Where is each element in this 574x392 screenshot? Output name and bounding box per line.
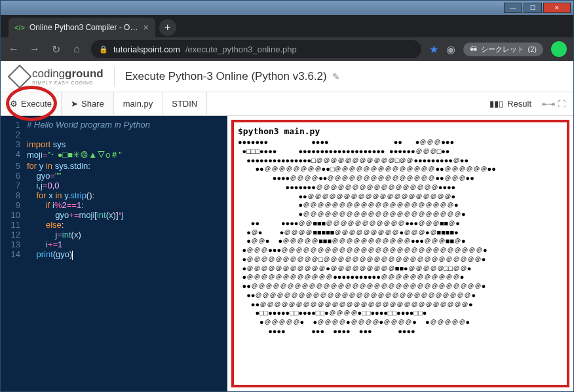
ide-toolbar: ⚙ Execute ➤ Share main.py STDIN ▮▮▯ Resu… xyxy=(1,92,573,116)
url-path: /execute_python3_online.php xyxy=(185,45,297,54)
window-titlebar: — ☐ ✕ xyxy=(1,1,573,15)
code-line[interactable]: 13 i+=1 xyxy=(1,240,227,249)
browser-toolbar: ← → ↻ ⌂ 🔒 tutorialspoint.com/execute_pyt… xyxy=(1,37,573,61)
output-command: $python3 main.py xyxy=(238,126,563,136)
code-text[interactable]: moji="･ ●□■✳＠▲▽o＃" xyxy=(27,149,122,161)
code-line[interactable]: 3import sys xyxy=(1,139,227,149)
code-text[interactable]: gyo+=moji[int(x)]*j xyxy=(27,210,123,220)
code-line[interactable]: 6 gyo="" xyxy=(1,171,227,181)
line-number: 5 xyxy=(1,161,27,171)
file-tab-main[interactable]: main.py xyxy=(114,92,163,115)
gear-icon: ⚙ xyxy=(10,99,18,109)
code-line[interactable]: 12 j=int(x) xyxy=(1,230,227,240)
bookmark-star-icon[interactable]: ★ xyxy=(429,43,438,56)
ide-split: 1# Hello World program in Python23import… xyxy=(1,116,573,391)
url-field[interactable]: 🔒 tutorialspoint.com/execute_python3_onl… xyxy=(91,40,421,58)
nav-reload-icon[interactable]: ↻ xyxy=(49,43,62,56)
tab-close-icon[interactable]: × xyxy=(143,22,148,33)
code-text[interactable]: j=int(x) xyxy=(27,230,81,240)
code-line[interactable]: 9 if i%2==1: xyxy=(1,200,227,210)
incognito-label: シークレット xyxy=(481,45,524,54)
logo-text-1: coding xyxy=(32,67,65,80)
browser-window: — ☐ ✕ </> Online Python3 Compiler - O… ×… xyxy=(0,0,574,392)
url-domain: tutorialspoint.com xyxy=(113,45,180,54)
logo-mark-icon xyxy=(8,64,32,88)
line-number: 6 xyxy=(1,171,27,181)
code-text[interactable]: else: xyxy=(27,220,64,230)
output-highlight-box: $python3 main.py ●●●●●●● ●●●● ●● ●＠＠＠●●●… xyxy=(231,120,569,387)
line-number: 2 xyxy=(1,130,27,139)
code-text[interactable]: import sys xyxy=(27,139,66,149)
tab-favicon-icon: </> xyxy=(15,23,24,32)
code-text[interactable]: gyo="" xyxy=(27,171,61,181)
incognito-count: (2) xyxy=(528,45,537,53)
result-label: ▮▮▯ Result xyxy=(489,99,531,109)
line-number: 7 xyxy=(1,181,27,190)
line-number: 3 xyxy=(1,139,27,149)
line-number: 1 xyxy=(1,120,27,130)
line-number: 14 xyxy=(1,249,27,260)
share-icon: ➤ xyxy=(71,99,78,109)
page-title: Execute Python-3 Online (Python v3.6.2) … xyxy=(125,70,340,83)
profile-avatar[interactable] xyxy=(551,41,567,57)
bars-icon: ▮▮▯ xyxy=(489,99,503,109)
code-text[interactable]: i,j=0,0 xyxy=(27,181,60,190)
window-minimize-button[interactable]: — xyxy=(504,3,522,13)
nav-home-icon[interactable]: ⌂ xyxy=(70,43,83,55)
line-number: 11 xyxy=(1,220,27,230)
code-text[interactable]: for y in sys.stdin: xyxy=(27,161,90,171)
code-line[interactable]: 7 i,j=0,0 xyxy=(1,181,227,190)
code-line[interactable]: 2 xyxy=(1,130,227,139)
page-header: codingground SIMPLY EASY CODING Execute … xyxy=(1,61,573,92)
browser-tab-strip: </> Online Python3 Compiler - O… × + xyxy=(1,15,573,37)
window-close-button[interactable]: ✕ xyxy=(543,3,571,13)
browser-right-icons: ★ ◉ 🕶 シークレット (2) xyxy=(429,41,567,57)
line-number: 4 xyxy=(1,149,27,161)
code-text[interactable]: i+=1 xyxy=(27,240,62,249)
pane-expand-icon[interactable]: ⛶ xyxy=(558,99,565,109)
code-text[interactable]: for x in y.strip(): xyxy=(27,190,94,200)
tab-title: Online Python3 Compiler - O… xyxy=(29,23,138,32)
page-content: codingground SIMPLY EASY CODING Execute … xyxy=(1,61,573,391)
code-line[interactable]: 1# Hello World program in Python xyxy=(1,120,227,130)
code-text[interactable]: if i%2==1: xyxy=(27,200,84,210)
execute-button[interactable]: ⚙ Execute xyxy=(1,92,62,115)
incognito-badge[interactable]: 🕶 シークレット (2) xyxy=(463,43,543,56)
line-number: 10 xyxy=(1,210,27,220)
code-text[interactable]: print(gyo) xyxy=(27,249,73,260)
incognito-icon: 🕶 xyxy=(470,45,477,53)
nav-forward-icon[interactable]: → xyxy=(28,43,41,55)
code-line[interactable]: 4moji="･ ●□■✳＠▲▽o＃" xyxy=(1,149,227,161)
line-number: 8 xyxy=(1,190,27,200)
code-line[interactable]: 10 gyo+=moji[int(x)]*j xyxy=(1,210,227,220)
nav-back-icon[interactable]: ← xyxy=(7,43,20,55)
code-line[interactable]: 5for y in sys.stdin: xyxy=(1,161,227,171)
eye-icon[interactable]: ◉ xyxy=(446,43,455,56)
window-maximize-button[interactable]: ☐ xyxy=(524,3,542,13)
logo-text-2: ground xyxy=(65,67,104,80)
code-editor[interactable]: 1# Hello World program in Python23import… xyxy=(1,116,227,391)
code-line[interactable]: 14 print(gyo) xyxy=(1,249,227,260)
code-line[interactable]: 8 for x in y.strip(): xyxy=(1,190,227,200)
share-button[interactable]: ➤ Share xyxy=(62,92,114,115)
code-line[interactable]: 11 else: xyxy=(1,220,227,230)
file-tab-stdin[interactable]: STDIN xyxy=(163,92,207,115)
lock-icon: 🔒 xyxy=(99,45,108,54)
code-text[interactable]: # Hello World program in Python xyxy=(27,120,150,130)
browser-tab-active[interactable]: </> Online Python3 Compiler - O… × xyxy=(9,18,155,37)
logo-tagline: SIMPLY EASY CODING xyxy=(32,80,104,85)
edit-title-icon[interactable]: ✎ xyxy=(332,71,340,82)
output-pane: $python3 main.py ●●●●●●● ●●●● ●● ●＠＠＠●●●… xyxy=(227,116,573,391)
pane-collapse-icon[interactable]: ⇤⇥ xyxy=(542,99,555,109)
line-number: 12 xyxy=(1,230,27,240)
line-number: 9 xyxy=(1,200,27,210)
site-logo[interactable]: codingground SIMPLY EASY CODING xyxy=(11,67,104,85)
line-number: 13 xyxy=(1,240,27,249)
output-ascii-art: ●●●●●●● ●●●● ●● ●＠＠＠●●● ●□□□●●●● ●●●●●●●… xyxy=(238,139,563,337)
new-tab-button[interactable]: + xyxy=(159,19,176,36)
